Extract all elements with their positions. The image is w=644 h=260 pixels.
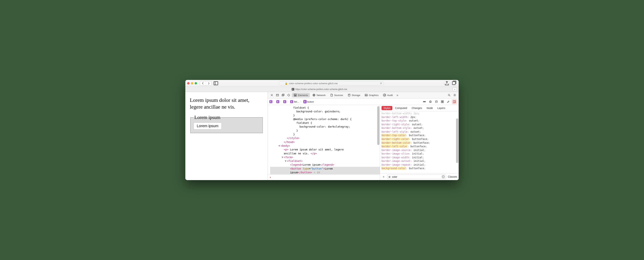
style-property[interactable]: border-top-color: buttonface; xyxy=(382,134,457,137)
style-property[interactable]: border-image-source: initial; xyxy=(382,148,457,152)
tab-storage-label: Storage xyxy=(352,94,360,97)
breadcrumb-separator: 〉 xyxy=(273,100,276,103)
rulers-button[interactable] xyxy=(422,99,427,104)
style-property[interactable]: border-image-slice: initial; xyxy=(382,152,457,156)
forward-button[interactable] xyxy=(206,81,211,85)
dock-popout-button[interactable] xyxy=(281,93,286,97)
dom-line[interactable]: background-color: darkslategray; xyxy=(270,125,380,128)
tab-network[interactable]: Network xyxy=(310,93,328,97)
target-picker-button[interactable] xyxy=(286,93,291,97)
styles-filter-input[interactable] xyxy=(392,175,440,178)
clear-filter-button[interactable]: ✕ xyxy=(442,175,445,178)
tab-audit-label: Audit xyxy=(387,94,393,97)
new-rule-button[interactable]: ＋ xyxy=(382,175,386,179)
tab-sources-label: Sources xyxy=(334,94,343,97)
svg-rect-4 xyxy=(282,94,284,95)
dom-line[interactable]: } xyxy=(270,133,380,136)
page-button[interactable]: Lorem ipsum xyxy=(194,122,222,129)
dom-tree[interactable]: fieldset { background-color: gainsboro; … xyxy=(268,105,380,174)
dom-line[interactable]: <p> Lorem ipsum dolor sit amet, legere xyxy=(270,148,380,151)
breadcrumb-item[interactable]: E xyxy=(283,100,286,103)
settings-button[interactable] xyxy=(452,93,457,97)
side-tab-node[interactable]: Node xyxy=(425,106,435,110)
dom-line[interactable]: fieldset { xyxy=(270,121,380,125)
styles-list[interactable]: border-bottom-width: 2px;border-left-wid… xyxy=(380,111,459,173)
style-property[interactable]: border-bottom-color: buttonface; xyxy=(382,141,457,145)
dom-line[interactable]: ▼<form> xyxy=(270,155,380,159)
close-devtools-button[interactable] xyxy=(270,93,274,97)
new-tab-button[interactable]: ＋ xyxy=(453,88,457,91)
share-button[interactable] xyxy=(444,81,450,85)
dom-line[interactable]: ▼<body> xyxy=(270,144,380,148)
reload-button[interactable]: ⟳ xyxy=(380,82,382,85)
style-property[interactable]: background-color: buttonface; xyxy=(382,167,457,170)
address-bar[interactable]: 🔒 color-scheme-prefers-color-scheme.glit… xyxy=(279,81,384,85)
style-property[interactable]: border-bottom-style: outset; xyxy=(382,126,457,130)
svg-rect-17 xyxy=(436,101,437,103)
side-tab-changes[interactable]: Changes xyxy=(410,106,424,110)
force-appearance-button[interactable] xyxy=(434,99,439,104)
style-property[interactable]: border-top-style: outset; xyxy=(382,119,457,123)
side-tab-layers[interactable]: Layers xyxy=(436,106,447,110)
console-input-row[interactable]: › xyxy=(268,174,380,180)
back-button[interactable] xyxy=(200,81,206,85)
dom-line[interactable]: fieldset { xyxy=(270,106,380,109)
style-property[interactable]: border-left-width: 2px; xyxy=(382,115,457,119)
compositing-button[interactable] xyxy=(440,99,445,104)
svg-rect-8 xyxy=(296,95,296,96)
dom-line[interactable]: ipsum</button> = $0 xyxy=(270,171,380,174)
search-button[interactable] xyxy=(447,93,452,97)
rendered-page: Lorem ipsum dolor sit amet, legere ancil… xyxy=(185,92,268,180)
svg-point-14 xyxy=(454,95,455,96)
tab-sources[interactable]: Sources xyxy=(328,93,345,97)
tab-audit[interactable]: Audit xyxy=(381,93,395,97)
dock-side-button[interactable] xyxy=(275,93,280,97)
dom-line[interactable]: } xyxy=(270,113,380,117)
page-fieldset: Lorem ipsum Lorem ipsum xyxy=(190,115,263,133)
dom-line[interactable]: @media (prefers-color-scheme: dark) { xyxy=(270,117,380,121)
panel-toggle-button[interactable] xyxy=(452,99,457,104)
breadcrumb-item[interactable]: Efiel… xyxy=(290,100,300,103)
style-property[interactable]: border-image-width: initial; xyxy=(382,156,457,160)
paint-flashing-button[interactable] xyxy=(446,99,451,104)
minimize-window-button[interactable] xyxy=(191,82,193,84)
breadcrumb-item[interactable]: Ebutton xyxy=(304,100,314,103)
tab-storage[interactable]: Storage xyxy=(346,93,362,97)
styles-filter[interactable]: ⊜ ✕ xyxy=(387,174,446,179)
side-tab-computed[interactable]: Computed xyxy=(393,106,409,110)
dom-line[interactable]: } xyxy=(270,129,380,133)
side-tab-styles[interactable]: Styles xyxy=(382,106,392,110)
dom-line[interactable]: ▼<fieldset> xyxy=(270,159,380,163)
close-window-button[interactable] xyxy=(187,82,190,84)
style-property[interactable]: border-bottom-width: 2px; xyxy=(382,112,457,115)
style-property[interactable]: border-left-style: outset; xyxy=(382,130,457,134)
tab-network-label: Network xyxy=(316,94,326,97)
style-property[interactable]: border-right-color: buttonface; xyxy=(382,137,457,141)
print-styles-button[interactable] xyxy=(428,99,433,104)
style-property[interactable]: border-right-style: outset; xyxy=(382,123,457,126)
style-property[interactable]: border-image-outset: initial; xyxy=(382,159,457,163)
browser-tab[interactable]: C https://color-scheme-prefers-color-sch… xyxy=(187,88,452,91)
dom-line[interactable]: </head> xyxy=(270,140,380,144)
dom-line[interactable]: <button type="button">Lorem xyxy=(270,167,380,171)
tab-elements[interactable]: Elements xyxy=(292,93,310,97)
classes-toggle[interactable]: Classes xyxy=(448,175,457,178)
tabs-overflow-button[interactable]: » xyxy=(396,93,400,97)
breadcrumb-item[interactable]: E xyxy=(276,100,279,103)
dom-line[interactable]: <legend>Lorem ipsum</legend> xyxy=(270,163,380,167)
style-property[interactable]: border-left-color: buttonface; xyxy=(382,145,457,148)
style-property[interactable]: border-image-repeat: initial; xyxy=(382,163,457,167)
breadcrumb-separator: 〉 xyxy=(280,100,282,103)
tabs-overview-button[interactable] xyxy=(451,81,457,85)
dom-line[interactable]: background-color: gainsboro; xyxy=(270,109,380,113)
breadcrumb-item[interactable]: E xyxy=(270,100,272,103)
sidebar-toggle-button[interactable] xyxy=(213,81,219,85)
styles-scrollbar[interactable] xyxy=(456,112,458,172)
devtools: Elements Network Sources Storage Graphic… xyxy=(268,92,459,180)
zoom-window-button[interactable] xyxy=(195,82,197,84)
dom-scrollbar[interactable] xyxy=(377,106,380,173)
audit-icon xyxy=(383,94,386,97)
tab-graphics[interactable]: Graphics xyxy=(363,93,380,97)
dom-line[interactable]: ancillae ne vis. </p> xyxy=(270,152,380,155)
dom-line[interactable]: </style> xyxy=(270,136,380,140)
